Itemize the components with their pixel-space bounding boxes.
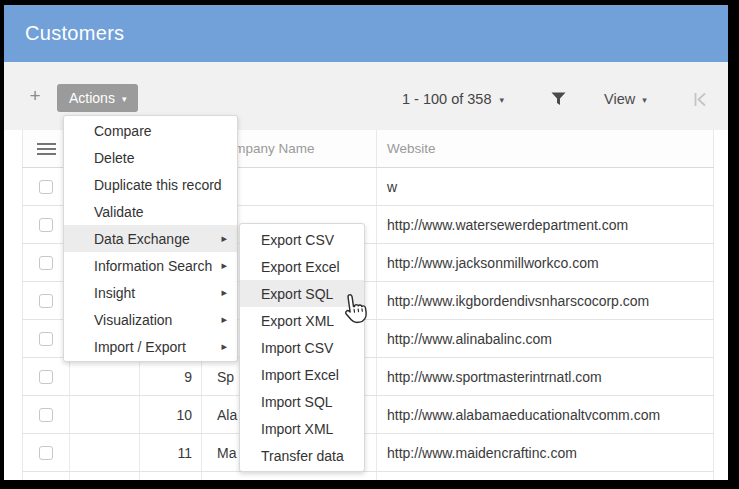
row-checkbox[interactable]	[39, 408, 53, 422]
menu-item[interactable]: Import / Export ▸	[64, 333, 237, 360]
spacer-cell	[70, 396, 140, 433]
menu-item-label: Compare	[94, 123, 152, 139]
table-row[interactable]: 10 Ala http://www.alabamaeducationaltvco…	[22, 396, 714, 434]
hamburger-icon[interactable]	[37, 143, 56, 155]
website-cell: http://www.jacksonmillworkco.com	[377, 244, 714, 281]
checkbox-cell	[22, 358, 70, 395]
website-cell: http://www.ikgbordendivsnharscocorp.com	[377, 282, 714, 319]
table-row[interactable]: 9 Sp http://www.sportmasterintrnatl.com	[22, 358, 714, 396]
row-checkbox[interactable]	[39, 180, 53, 194]
submenu-item-label: Export CSV	[261, 232, 334, 248]
menu-item[interactable]: Delete	[64, 144, 237, 171]
view-label: View	[604, 91, 635, 107]
menu-item-label: Import / Export	[94, 339, 186, 355]
filter-icon	[551, 92, 566, 106]
row-checkbox[interactable]	[39, 294, 53, 308]
submenu-item-label: Export XML	[261, 313, 334, 329]
id-cell: 9	[140, 358, 202, 395]
submenu-arrow-icon: ▸	[221, 260, 227, 271]
website-cell: http://www.maidencraftinc.com	[377, 434, 714, 471]
menu-item[interactable]: Compare	[64, 117, 237, 144]
submenu-item[interactable]: Import Excel	[240, 361, 364, 388]
website-cell	[377, 472, 714, 480]
row-checkbox[interactable]	[39, 332, 53, 346]
filter-button[interactable]	[547, 89, 569, 109]
first-page-button[interactable]	[690, 88, 710, 110]
website-header[interactable]: Website	[377, 130, 714, 167]
submenu-item-label: Export SQL	[261, 286, 333, 302]
submenu-item[interactable]: Export Excel	[240, 253, 364, 280]
table-row-partial	[22, 472, 714, 480]
row-checkbox[interactable]	[39, 218, 53, 232]
submenu-item[interactable]: Export CSV	[240, 226, 364, 253]
id-cell	[140, 472, 202, 480]
row-checkbox[interactable]	[39, 370, 53, 384]
menu-item[interactable]: Validate	[64, 198, 237, 225]
menu-item-label: Information Search	[94, 258, 212, 274]
menu-item[interactable]: Duplicate this record	[64, 171, 237, 198]
pagination-dropdown[interactable]: 1 - 100 of 358 ▾	[402, 89, 504, 109]
pagination-label: 1 - 100 of 358	[402, 91, 492, 107]
menu-item[interactable]: Data Exchange ▸	[64, 225, 237, 252]
spacer-cell	[70, 358, 140, 395]
menu-item-label: Visualization	[94, 312, 172, 328]
caret-down-icon: ▾	[500, 96, 505, 105]
submenu-item-label: Import CSV	[261, 340, 333, 356]
submenu-arrow-icon: ▸	[221, 233, 227, 244]
website-cell: http://www.sportmasterintrnatl.com	[377, 358, 714, 395]
id-cell: 10	[140, 396, 202, 433]
caret-down-icon: ▾	[642, 96, 647, 105]
actions-dropdown-menu: Compare Delete Duplicate this record Val…	[63, 115, 238, 362]
id-cell: 11	[140, 434, 202, 471]
website-cell: w	[377, 168, 714, 205]
submenu-item[interactable]: Transfer data	[240, 442, 364, 469]
title-bar: Customers	[4, 5, 728, 62]
submenu-item-label: Transfer data	[261, 448, 344, 464]
menu-item[interactable]: Visualization ▸	[64, 306, 237, 333]
website-cell: http://www.alabamaeducationaltvcomm.com	[377, 396, 714, 433]
menu-item-label: Duplicate this record	[94, 177, 222, 193]
submenu-item[interactable]: Import XML	[240, 415, 364, 442]
company-cell	[202, 472, 377, 480]
checkbox-cell	[22, 472, 70, 480]
website-cell: http://www.alinabalinc.com	[377, 320, 714, 357]
submenu-item-label: Export Excel	[261, 259, 340, 275]
checkbox-cell	[22, 434, 70, 471]
cursor-pointer-icon	[340, 291, 370, 329]
spacer-cell	[70, 472, 140, 480]
submenu-item-label: Import SQL	[261, 394, 333, 410]
plus-icon: +	[29, 85, 40, 106]
add-record-button[interactable]: +	[22, 83, 48, 109]
menu-item[interactable]: Information Search ▸	[64, 252, 237, 279]
app-window: Customers + Actions ▾ 1 - 100 of 358 ▾ V…	[4, 5, 728, 480]
submenu-arrow-icon: ▸	[221, 341, 227, 352]
screenshot-frame: Customers + Actions ▾ 1 - 100 of 358 ▾ V…	[0, 0, 739, 489]
spacer-cell	[70, 434, 140, 471]
submenu-item-label: Import Excel	[261, 367, 339, 383]
table-row[interactable]: 11 Ma http://www.maidencraftinc.com	[22, 434, 714, 472]
menu-item-label: Delete	[94, 150, 134, 166]
submenu-item[interactable]: Import CSV	[240, 334, 364, 361]
page-title: Customers	[4, 5, 728, 62]
submenu-item[interactable]: Import SQL	[240, 388, 364, 415]
view-dropdown[interactable]: View ▾	[604, 89, 647, 109]
menu-item-label: Insight	[94, 285, 135, 301]
first-page-icon	[692, 91, 708, 108]
row-checkbox[interactable]	[39, 256, 53, 270]
menu-item-label: Validate	[94, 204, 144, 220]
submenu-item-label: Import XML	[261, 421, 333, 437]
actions-button[interactable]: Actions ▾	[57, 84, 138, 112]
row-checkbox[interactable]	[39, 446, 53, 460]
menu-item-label: Data Exchange	[94, 231, 190, 247]
checkbox-cell	[22, 396, 70, 433]
website-cell: http://www.watersewerdepartment.com	[377, 206, 714, 243]
caret-down-icon: ▾	[122, 95, 127, 104]
actions-button-label: Actions	[69, 90, 115, 106]
submenu-arrow-icon: ▸	[221, 314, 227, 325]
menu-item[interactable]: Insight ▸	[64, 279, 237, 306]
data-exchange-submenu: Export CSV Export Excel Export SQL Expor…	[239, 223, 365, 472]
submenu-arrow-icon: ▸	[221, 287, 227, 298]
